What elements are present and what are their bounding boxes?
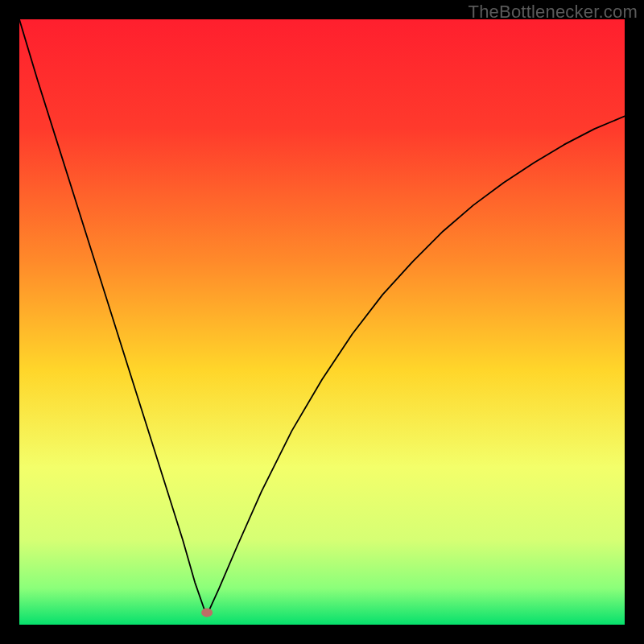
bottleneck-chart [19, 19, 625, 625]
gradient-background [19, 19, 625, 625]
chart-frame: TheBottlenecker.com [0, 0, 644, 644]
optimal-point-marker [201, 608, 213, 617]
